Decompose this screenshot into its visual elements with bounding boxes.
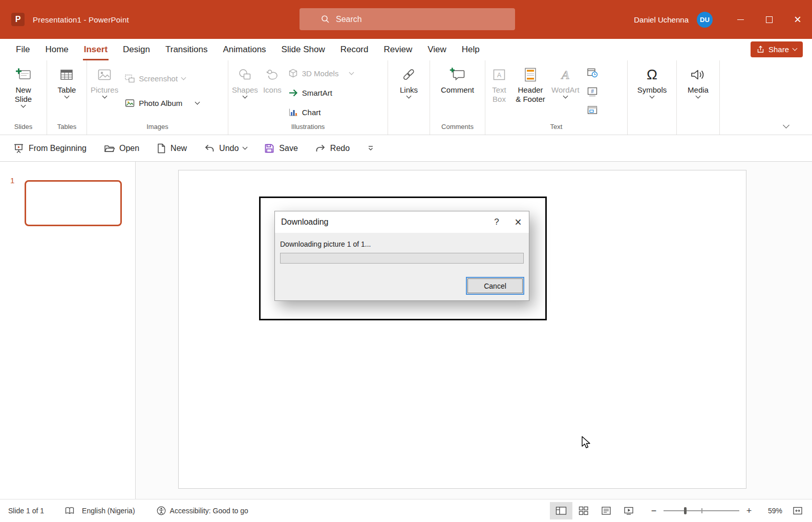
shapes-button[interactable]: Shapes xyxy=(229,61,261,98)
group-label-symbols xyxy=(629,123,675,135)
save-button[interactable]: Save xyxy=(264,143,297,154)
tab-file[interactable]: File xyxy=(8,39,37,60)
slide-sorter-icon xyxy=(579,506,589,515)
avatar[interactable]: DU xyxy=(697,12,713,28)
search-box[interactable]: Search xyxy=(300,8,515,30)
new-button[interactable]: New xyxy=(157,143,187,154)
chevron-down-icon xyxy=(195,99,200,104)
table-button[interactable]: Table xyxy=(55,61,79,98)
search-placeholder: Search xyxy=(336,15,362,24)
omega-icon: Ω xyxy=(647,67,657,82)
wordart-button[interactable]: A WordArt xyxy=(549,61,582,98)
tab-design[interactable]: Design xyxy=(115,39,158,60)
cancel-button[interactable]: Cancel xyxy=(467,278,523,293)
media-button[interactable]: Media xyxy=(685,61,711,98)
overflow-chevron-icon xyxy=(367,145,374,152)
ribbon-group-symbols: Ω Symbols xyxy=(628,60,677,135)
photo-album-icon xyxy=(125,99,135,107)
smartart-label: SmartArt xyxy=(302,89,332,97)
editing-canvas: Downloading ? × Downloading picture 1 of… xyxy=(136,162,812,499)
normal-view-button[interactable] xyxy=(550,502,572,519)
photo-album-label: Photo Album xyxy=(139,99,182,107)
tab-help[interactable]: Help xyxy=(454,39,487,60)
links-button[interactable]: Links xyxy=(397,61,420,98)
new-slide-label: New Slide xyxy=(12,85,35,104)
zoom-in-button[interactable]: + xyxy=(742,506,756,516)
dialog-titlebar[interactable]: Downloading ? × xyxy=(275,211,529,233)
zoom-level[interactable]: 59% xyxy=(759,507,782,515)
minimize-button[interactable] xyxy=(726,0,755,39)
slide-number-button[interactable]: # xyxy=(586,85,599,98)
tab-slide-show[interactable]: Slide Show xyxy=(274,39,333,60)
wordart-icon: A xyxy=(558,66,573,84)
ribbon-group-images: Pictures Screenshot xyxy=(87,60,228,135)
new-slide-button[interactable]: New Slide xyxy=(9,61,38,107)
ribbon-group-media: Media xyxy=(677,60,720,135)
date-time-button[interactable] xyxy=(586,67,599,79)
3d-models-button[interactable]: 3D Models xyxy=(284,67,358,80)
tab-transitions[interactable]: Transitions xyxy=(158,39,216,60)
tab-record[interactable]: Record xyxy=(333,39,376,60)
reading-view-button[interactable] xyxy=(595,502,617,519)
menu-bar: File Home Insert Design Transitions Anim… xyxy=(0,39,812,60)
table-icon xyxy=(59,66,74,84)
fit-to-window-icon xyxy=(793,506,803,515)
customize-toolbar-button[interactable] xyxy=(367,145,374,152)
close-button[interactable]: × xyxy=(783,0,812,39)
open-button[interactable]: Open xyxy=(104,144,139,153)
zoom-slider-tick xyxy=(701,508,702,513)
accessibility-button[interactable] xyxy=(157,506,166,515)
ribbon-group-slides: New Slide Slides xyxy=(0,60,47,135)
maximize-button[interactable] xyxy=(755,0,783,39)
object-button[interactable] xyxy=(586,104,599,117)
icons-button[interactable]: Icons xyxy=(261,61,284,95)
pictures-button[interactable]: Pictures xyxy=(88,61,121,98)
tab-insert[interactable]: Insert xyxy=(76,39,115,60)
chart-button[interactable]: Chart xyxy=(284,105,358,119)
group-label-comments: Comments xyxy=(431,123,484,135)
share-button[interactable]: Share xyxy=(751,41,803,57)
slide-thumbnail[interactable] xyxy=(25,180,122,226)
accessibility-status[interactable]: Accessibility: Good to go xyxy=(170,507,248,515)
tab-review[interactable]: Review xyxy=(376,39,420,60)
share-icon xyxy=(757,46,764,53)
reading-view-icon xyxy=(601,506,611,515)
tab-animations[interactable]: Animations xyxy=(216,39,274,60)
close-icon: × xyxy=(794,13,801,26)
tab-view[interactable]: View xyxy=(420,39,454,60)
header-footer-icon xyxy=(523,66,538,84)
photo-album-button[interactable]: Photo Album xyxy=(121,96,203,110)
text-box-button[interactable]: A Text Box xyxy=(486,61,512,104)
account-name[interactable]: Daniel Uchenna xyxy=(634,15,689,24)
header-footer-button[interactable]: Header & Footer xyxy=(512,61,549,104)
screenshot-button[interactable]: Screenshot xyxy=(121,72,203,85)
language-button[interactable]: English (Nigeria) xyxy=(82,507,135,515)
fit-slide-to-window-button[interactable] xyxy=(787,502,808,519)
symbols-button[interactable]: Ω Symbols xyxy=(635,61,670,98)
collapse-ribbon-button[interactable] xyxy=(784,120,788,129)
redo-button[interactable]: Redo xyxy=(315,144,350,153)
dialog-close-button[interactable]: × xyxy=(507,211,529,233)
status-bar: Slide 1 of 1 English (Nigeria) Accessibi… xyxy=(0,499,812,522)
undo-icon xyxy=(204,144,215,153)
dialog-help-button[interactable]: ? xyxy=(486,211,507,233)
zoom-slider[interactable] xyxy=(664,502,739,519)
comment-button[interactable]: Comment xyxy=(438,61,477,95)
spelling-button[interactable] xyxy=(65,507,75,515)
text-box-icon: A xyxy=(492,66,507,84)
tab-home[interactable]: Home xyxy=(37,39,76,60)
svg-text:A: A xyxy=(561,68,569,81)
chevron-down-icon xyxy=(783,122,789,128)
new-label: New xyxy=(170,144,187,153)
zoom-out-button[interactable]: − xyxy=(647,506,660,516)
slide-sorter-view-button[interactable] xyxy=(572,502,595,519)
smartart-button[interactable]: SmartArt xyxy=(284,86,358,99)
zoom-slider-thumb[interactable] xyxy=(684,507,687,514)
open-folder-icon xyxy=(104,144,115,153)
ribbon-group-links: Links xyxy=(388,60,430,135)
slide-show-button[interactable] xyxy=(617,502,640,519)
chevron-down-icon xyxy=(793,46,798,51)
from-beginning-button[interactable]: From Beginning xyxy=(13,143,87,154)
new-document-icon xyxy=(157,143,166,154)
undo-button[interactable]: Undo xyxy=(204,144,247,153)
